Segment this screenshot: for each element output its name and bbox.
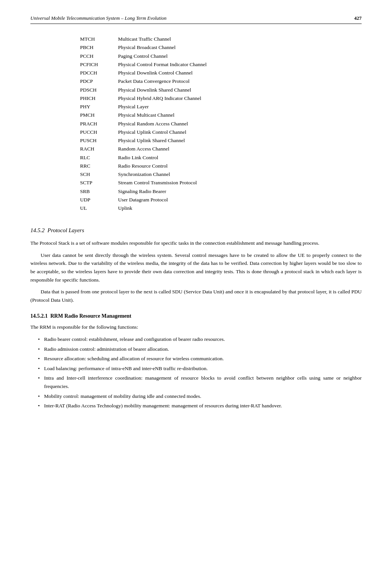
- abbr-value: Physical Control Format Indicator Channe…: [118, 61, 312, 68]
- abbr-row: RRCRadio Resource Control: [80, 162, 312, 170]
- abbr-key: UDP: [80, 196, 118, 204]
- list-item: Resource allocation: scheduling and allo…: [38, 355, 362, 363]
- abbr-value: User Datagram Protocol: [118, 196, 312, 204]
- subsection-14-5-2-1: 14.5.2.1 RRM Radio Resource Management T…: [30, 313, 362, 410]
- abbr-value: Physical Uplink Shared Channel: [118, 137, 312, 144]
- abbr-row: ULUplink: [80, 204, 312, 212]
- abbr-row: MTCHMulticast Traffic Channel: [80, 35, 312, 43]
- abbr-row: PBCHPhysical Broadcast Channel: [80, 44, 312, 51]
- list-item: Inter-RAT (Radio Access Technology) mobi…: [38, 402, 362, 410]
- abbr-key: UL: [80, 204, 118, 212]
- abbr-row: PMCHPhysical Multicast Channel: [80, 111, 312, 119]
- section-14-5-2: 14.5.2 Protocol Layers The Protocol Stac…: [30, 227, 362, 304]
- abbr-value: Signaling Radio Bearer: [118, 188, 312, 195]
- abbr-key: RLC: [80, 154, 118, 162]
- list-item: Mobility control: management of mobility…: [38, 392, 362, 401]
- abbr-key: PUSCH: [80, 137, 118, 144]
- subsection-title: 14.5.2.1 RRM Radio Resource Management: [30, 313, 362, 319]
- abbr-key: PDSCH: [80, 86, 118, 94]
- abbr-value: Radio Resource Control: [118, 162, 312, 170]
- abbr-row: PHYPhysical Layer: [80, 103, 312, 111]
- abbr-row: PHICHPhysical Hybrid ARQ Indicator Chann…: [80, 95, 312, 102]
- abbreviations-table: MTCHMulticast Traffic ChannelPBCHPhysica…: [80, 35, 312, 212]
- section-paragraph-2: User data cannot be sent directly throug…: [30, 251, 362, 284]
- abbr-value: Synchronization Channel: [118, 171, 312, 178]
- abbr-key: SCH: [80, 171, 118, 178]
- abbr-value: Radio Link Control: [118, 154, 312, 162]
- abbr-key: PUCCH: [80, 128, 118, 136]
- abbr-key: PCCH: [80, 52, 118, 60]
- section-paragraph-3: Data that is passed from one protocol la…: [30, 288, 362, 304]
- abbr-row: PDSCHPhysical Downlink Shared Channel: [80, 86, 312, 94]
- section-title: 14.5.2 Protocol Layers: [30, 227, 362, 234]
- abbr-value: Paging Control Channel: [118, 52, 312, 60]
- abbr-value: Multicast Traffic Channel: [118, 35, 312, 43]
- abbr-key: PDCCH: [80, 69, 118, 77]
- abbr-value: Packet Data Convergence Protocol: [118, 78, 312, 85]
- page: Universal Mobile Telecommunication Syste…: [0, 0, 392, 570]
- abbr-value: Physical Broadcast Channel: [118, 44, 312, 51]
- abbr-row: PCFICHPhysical Control Format Indicator …: [80, 61, 312, 68]
- abbr-value: Physical Uplink Control Channel: [118, 128, 312, 136]
- abbr-row: RLCRadio Link Control: [80, 154, 312, 162]
- abbr-key: PDCP: [80, 78, 118, 85]
- abbr-row: PUCCHPhysical Uplink Control Channel: [80, 128, 312, 136]
- abbr-value: Physical Random Access Channel: [118, 120, 312, 128]
- abbr-value: Random Access Channel: [118, 145, 312, 153]
- abbr-row: SCTPStream Control Transmission Protocol: [80, 179, 312, 187]
- abbr-key: PRACH: [80, 120, 118, 128]
- abbr-row: SRBSignaling Radio Bearer: [80, 188, 312, 195]
- abbr-row: RACHRandom Access Channel: [80, 145, 312, 153]
- list-item: Radio admission control: administration …: [38, 345, 362, 353]
- abbr-row: UDPUser Datagram Protocol: [80, 196, 312, 204]
- page-header: Universal Mobile Telecommunication Syste…: [30, 15, 362, 24]
- abbr-row: PDCCHPhysical Downlink Control Channel: [80, 69, 312, 77]
- abbr-key: PCFICH: [80, 61, 118, 68]
- abbr-row: PRACHPhysical Random Access Channel: [80, 120, 312, 128]
- abbr-row: PUSCHPhysical Uplink Shared Channel: [80, 137, 312, 144]
- abbr-key: PHY: [80, 103, 118, 111]
- abbr-value: Uplink: [118, 204, 312, 212]
- header-page-number: 427: [354, 15, 362, 21]
- abbr-value: Physical Layer: [118, 103, 312, 111]
- abbr-key: RRC: [80, 162, 118, 170]
- subsection-intro: The RRM is responsible for the following…: [30, 323, 362, 331]
- bullet-list: Radio bearer control: establishment, rel…: [38, 335, 362, 410]
- abbr-value: Physical Downlink Shared Channel: [118, 86, 312, 94]
- abbr-key: PHICH: [80, 95, 118, 102]
- abbr-key: SRB: [80, 188, 118, 195]
- abbr-value: Stream Control Transmission Protocol: [118, 179, 312, 187]
- list-item: Intra and Inter-cell interference coordi…: [38, 374, 362, 390]
- abbr-key: MTCH: [80, 35, 118, 43]
- abbr-key: PMCH: [80, 111, 118, 119]
- list-item: Radio bearer control: establishment, rel…: [38, 335, 362, 344]
- section-paragraph-1: The Protocol Stack is a set of software …: [30, 239, 362, 247]
- abbr-row: PCCHPaging Control Channel: [80, 52, 312, 60]
- abbr-value: Physical Hybrid ARQ Indicator Channel: [118, 95, 312, 102]
- abbr-row: PDCPPacket Data Convergence Protocol: [80, 78, 312, 85]
- abbr-row: SCHSynchronization Channel: [80, 171, 312, 178]
- abbr-key: RACH: [80, 145, 118, 153]
- abbr-key: PBCH: [80, 44, 118, 51]
- abbr-value: Physical Multicast Channel: [118, 111, 312, 119]
- abbr-value: Physical Downlink Control Channel: [118, 69, 312, 77]
- header-title: Universal Mobile Telecommunication Syste…: [30, 15, 166, 21]
- abbr-key: SCTP: [80, 179, 118, 187]
- list-item: Load balancing: performance of intra-eNB…: [38, 364, 362, 373]
